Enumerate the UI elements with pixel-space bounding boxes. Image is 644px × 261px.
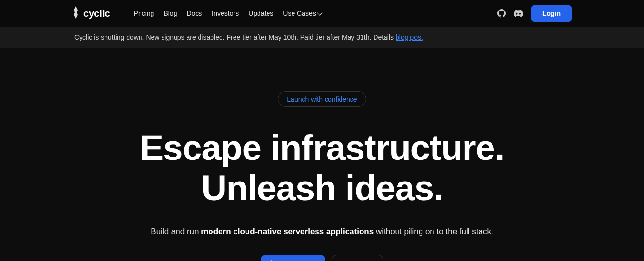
discord-icon[interactable]: [514, 9, 523, 18]
announcement-banner: Cyclic is shutting down. New signups are…: [0, 27, 644, 48]
hero-badge[interactable]: Launch with confidence: [278, 91, 366, 107]
hero-subtitle: Build and run modern cloud-native server…: [0, 227, 644, 237]
divider: [122, 8, 122, 19]
hero-section: Launch with confidence Escape infrastruc…: [0, 48, 644, 261]
subtitle-suffix: without piling on to the full stack.: [374, 227, 493, 236]
nav-pricing[interactable]: Pricing: [134, 10, 154, 17]
hero-title-line2: Unleash ideas.: [201, 168, 443, 208]
logo-icon: [72, 6, 80, 21]
nav-updates[interactable]: Updates: [248, 10, 273, 17]
nav-blog[interactable]: Blog: [164, 10, 177, 17]
subtitle-bold: modern cloud-native serverless applicati…: [201, 227, 374, 236]
nav-investors[interactable]: Investors: [211, 10, 239, 17]
hero-buttons: Deploy Now Read Docs: [0, 255, 644, 261]
banner-link[interactable]: blog post: [396, 34, 423, 41]
deploy-now-button[interactable]: Deploy Now: [261, 255, 325, 261]
login-button[interactable]: Login: [531, 5, 572, 22]
hero-title-line1: Escape infrastructure.: [140, 128, 504, 168]
header-left: cyclic Pricing Blog Docs Investors Updat…: [72, 6, 322, 21]
nav-use-cases[interactable]: Use Cases: [283, 10, 321, 17]
header-right: Login: [497, 5, 572, 22]
main-nav: Pricing Blog Docs Investors Updates Use …: [134, 10, 322, 17]
subtitle-prefix: Build and run: [151, 227, 201, 236]
nav-docs[interactable]: Docs: [187, 10, 202, 17]
chevron-down-icon: [317, 10, 322, 15]
header: cyclic Pricing Blog Docs Investors Updat…: [0, 0, 644, 27]
logo-text: cyclic: [83, 8, 110, 19]
logo[interactable]: cyclic: [72, 6, 110, 21]
github-icon[interactable]: [497, 9, 506, 18]
nav-use-cases-label: Use Cases: [283, 10, 316, 17]
read-docs-button[interactable]: Read Docs: [332, 255, 383, 261]
banner-text: Cyclic is shutting down. New signups are…: [74, 34, 396, 41]
hero-title: Escape infrastructure. Unleash ideas.: [0, 128, 644, 208]
